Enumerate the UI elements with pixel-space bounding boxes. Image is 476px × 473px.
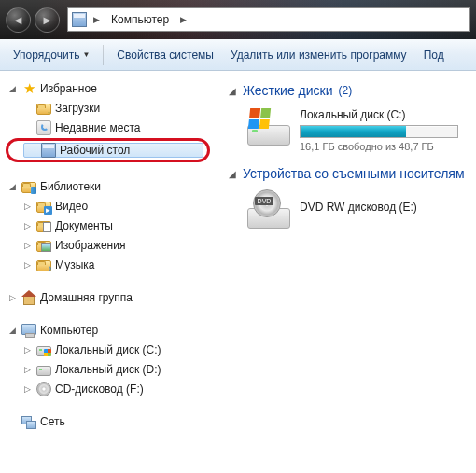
drive-c-label: Локальный диск (C:) (55, 343, 161, 356)
music-label: Музыка (55, 258, 94, 271)
recent-label: Недавние места (55, 121, 140, 134)
navigation-pane: ◢ Избранное Загрузки Недавние места Рабо… (0, 71, 219, 473)
hdd-section-header[interactable]: ◢ Жесткие диски (2) (223, 78, 472, 103)
nav-back-button[interactable]: ◄ (6, 7, 31, 33)
sidebar-item-drive-f[interactable]: ▷ CD-дисковод (F:) (4, 379, 216, 398)
libraries-node[interactable]: ◢ Библиотеки (4, 176, 216, 196)
system-drive-icon (247, 106, 290, 146)
downloads-label: Загрузки (55, 102, 100, 115)
network-label: Сеть (40, 415, 65, 428)
drive-item-dvd[interactable]: DVD DVD RW дисковод (E:) (223, 186, 472, 238)
network-node[interactable]: Сеть (4, 411, 216, 431)
collapse-icon[interactable]: ◢ (7, 181, 18, 191)
drive-c-space-bar (300, 125, 458, 138)
recent-icon (36, 120, 51, 135)
images-label: Изображения (55, 239, 125, 252)
drive-item-c[interactable]: Локальный диск (C:) 16,1 ГБ свободно из … (223, 103, 472, 161)
collapse-icon[interactable]: ◢ (7, 83, 18, 93)
documents-icon (36, 221, 51, 232)
computer-icon (72, 12, 87, 27)
dvd-tag: DVD (255, 197, 273, 205)
nav-forward-button[interactable]: ► (35, 7, 60, 33)
images-icon (36, 241, 51, 252)
dvd-drive-name: DVD RW дисковод (E:) (300, 189, 417, 214)
drive-f-label: CD-дисковод (F:) (55, 383, 144, 396)
system-properties-label: Свойства системы (117, 49, 214, 62)
address-bar[interactable]: ▶ Компьютер ▶ (67, 7, 470, 32)
hdd-section-title: Жесткие диски (243, 83, 333, 98)
highlighted-annotation: Рабочий стол (6, 138, 210, 162)
separator (103, 45, 104, 65)
video-label: Видео (55, 200, 88, 213)
downloads-icon (36, 104, 51, 115)
libraries-label: Библиотеки (40, 180, 101, 193)
video-icon (36, 202, 51, 213)
toolbar: Упорядочить ▼ Свойства системы Удалить и… (0, 39, 476, 71)
homegroup-node[interactable]: ▷ Домашняя группа (4, 287, 216, 307)
toolbar-more-label: Под (424, 49, 444, 62)
removable-section-title: Устройства со съемными носителям (243, 166, 465, 181)
desktop-label: Рабочий стол (60, 144, 130, 157)
computer-label: Компьютер (40, 324, 98, 337)
expand-icon[interactable]: ▷ (22, 364, 33, 374)
expand-icon[interactable]: ▷ (22, 220, 33, 230)
sidebar-item-video[interactable]: ▷ Видео (4, 196, 216, 216)
cd-icon (36, 382, 51, 396)
computer-icon (21, 323, 36, 338)
expand-icon[interactable]: ▷ (22, 240, 33, 250)
favorites-label: Избранное (40, 82, 97, 95)
organize-button[interactable]: Упорядочить ▼ (7, 44, 95, 66)
sidebar-item-drive-c[interactable]: ▷ Локальный диск (C:) (4, 340, 216, 359)
removable-section-header[interactable]: ◢ Устройства со съемными носителям (223, 161, 472, 186)
favorites-node[interactable]: ◢ Избранное (4, 78, 216, 98)
hdd-section-count: (2) (339, 84, 353, 97)
expand-icon[interactable]: ▷ (22, 201, 33, 211)
documents-label: Документы (55, 219, 113, 232)
sidebar-item-music[interactable]: ▷ Музыка (4, 255, 216, 274)
uninstall-label: Удалить или изменить программу (231, 49, 407, 62)
hdd-icon (36, 366, 51, 376)
organize-label: Упорядочить (13, 49, 79, 62)
homegroup-icon (21, 290, 36, 305)
star-icon (21, 81, 36, 96)
sidebar-item-desktop[interactable]: Рабочий стол (8, 141, 130, 160)
expand-icon[interactable]: ▷ (22, 383, 33, 394)
chevron-down-icon: ▼ (82, 50, 90, 59)
drive-c-name: Локальный диск (C:) (300, 108, 465, 121)
collapse-icon[interactable]: ◢ (227, 169, 237, 179)
expand-icon[interactable]: ▷ (22, 259, 33, 270)
sidebar-item-documents[interactable]: ▷ Документы (4, 216, 216, 235)
drive-c-free-text: 16,1 ГБ свободно из 48,7 ГБ (300, 141, 465, 152)
collapse-icon[interactable]: ◢ (7, 325, 18, 335)
collapse-icon[interactable]: ◢ (227, 86, 237, 96)
sidebar-item-recent[interactable]: Недавние места (4, 118, 216, 137)
titlebar: ◄ ► ▶ Компьютер ▶ (0, 0, 476, 39)
chevron-right-icon[interactable]: ▶ (177, 15, 189, 24)
sidebar-item-images[interactable]: ▷ Изображения (4, 235, 216, 255)
system-properties-button[interactable]: Свойства системы (111, 44, 219, 66)
music-icon (36, 260, 51, 271)
drive-c-space-fill (301, 126, 406, 137)
sidebar-item-downloads[interactable]: Загрузки (4, 98, 216, 118)
breadcrumb-computer[interactable]: Компьютер (106, 10, 174, 29)
sidebar-item-drive-d[interactable]: ▷ Локальный диск (D:) (4, 359, 216, 379)
dvd-drive-icon: DVD (247, 189, 290, 229)
uninstall-program-button[interactable]: Удалить или изменить программу (225, 44, 413, 66)
expand-icon[interactable]: ▷ (22, 344, 33, 355)
drive-d-label: Локальный диск (D:) (55, 363, 161, 376)
network-icon (21, 414, 36, 429)
computer-node[interactable]: ◢ Компьютер (4, 320, 216, 340)
toolbar-more-button[interactable]: Под (418, 44, 450, 66)
homegroup-label: Домашняя группа (40, 291, 133, 304)
desktop-icon (41, 143, 56, 158)
expand-icon[interactable]: ▷ (7, 292, 18, 302)
content-pane: ◢ Жесткие диски (2) Локальный диск (C:) … (219, 71, 476, 473)
libraries-icon (21, 182, 36, 193)
hdd-icon (36, 346, 51, 356)
chevron-right-icon[interactable]: ▶ (91, 15, 103, 24)
